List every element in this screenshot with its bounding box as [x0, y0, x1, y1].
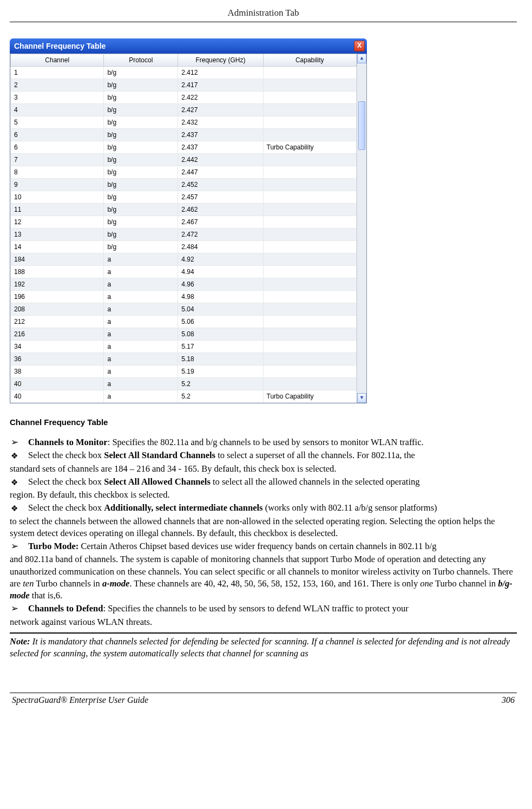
bullet-allowed-channels: Select the check box Select All Allowed …: [28, 476, 517, 488]
cell-ch: 10: [11, 191, 104, 204]
cell-ch: 5: [11, 116, 104, 129]
body-text: ➢ Channels to Monitor: Specifies the 802…: [10, 436, 517, 628]
cell-freq: 2.422: [178, 92, 263, 104]
table-row[interactable]: 192a4.96: [11, 278, 357, 291]
cell-proto: a: [104, 353, 178, 366]
b5-lead: Turbo Mode:: [28, 541, 78, 551]
b6-cont: network against various WLAN threats.: [10, 616, 517, 628]
table-row[interactable]: 1b/g2.412: [11, 67, 357, 79]
table-row[interactable]: 36a5.18: [11, 353, 357, 366]
cell-cap: [263, 79, 356, 92]
cell-ch: 11: [11, 204, 104, 216]
cell-ch: 40: [11, 390, 104, 403]
table-row[interactable]: 2b/g2.417: [11, 79, 357, 92]
table-row[interactable]: 38a5.19: [11, 366, 357, 378]
diamond-icon: ❖: [10, 449, 28, 461]
table-row[interactable]: 5b/g2.432: [11, 116, 357, 129]
cell-ch: 1: [11, 67, 104, 79]
cell-cap: Turbo Capability: [263, 390, 356, 403]
table-row[interactable]: 14b/g2.484: [11, 241, 357, 253]
table-row[interactable]: 13b/g2.472: [11, 229, 357, 241]
col-frequency[interactable]: Frequency (GHz): [178, 54, 263, 67]
col-capability[interactable]: Capability: [263, 54, 356, 67]
b4-pre: Select the check box: [28, 503, 104, 513]
arrow-icon: ➢: [10, 540, 28, 552]
cell-proto: b/g: [104, 241, 178, 253]
cell-proto: a: [104, 266, 178, 278]
cell-ch: 216: [11, 328, 104, 341]
cell-proto: a: [104, 303, 178, 316]
scroll-track[interactable]: [357, 63, 366, 393]
cell-proto: b/g: [104, 229, 178, 241]
table-row[interactable]: 40a5.2: [11, 378, 357, 390]
cell-cap: [263, 316, 356, 328]
table-row[interactable]: 34a5.17: [11, 341, 357, 353]
cell-cap: [263, 229, 356, 241]
channel-frequency-window: Channel Frequency Table X Channel Protoc…: [10, 38, 367, 403]
cell-cap: Turbo Capability: [263, 141, 356, 154]
diamond-icon: ❖: [10, 476, 28, 488]
cell-proto: b/g: [104, 104, 178, 116]
col-protocol[interactable]: Protocol: [104, 54, 178, 67]
b6-lead: Channels to Defend: [28, 603, 103, 614]
cell-cap: [263, 278, 356, 291]
table-row[interactable]: 9b/g2.452: [11, 179, 357, 191]
cell-cap: [263, 92, 356, 104]
cell-cap: [263, 154, 356, 166]
scroll-up-icon[interactable]: ▲: [357, 54, 366, 63]
table-row[interactable]: 10b/g2.457: [11, 191, 357, 204]
b2-cont: standard sets of channels are 184 – 216 …: [10, 463, 517, 475]
table-row[interactable]: 7b/g2.442: [11, 154, 357, 166]
close-icon[interactable]: X: [354, 41, 365, 51]
table-row[interactable]: 196a4.98: [11, 291, 357, 303]
cell-cap: [263, 116, 356, 129]
cell-freq: 5.17: [178, 341, 263, 353]
table-row[interactable]: 208a5.04: [11, 303, 357, 316]
table-row[interactable]: 188a4.94: [11, 266, 357, 278]
vertical-scrollbar[interactable]: ▲ ▼: [357, 54, 366, 403]
cell-freq: 5.2: [178, 390, 263, 403]
cell-proto: a: [104, 328, 178, 341]
table-row[interactable]: 6b/g2.437Turbo Capability: [11, 141, 357, 154]
table-row[interactable]: 216a5.08: [11, 328, 357, 341]
cell-cap: [263, 104, 356, 116]
window-title: Channel Frequency Table: [14, 42, 106, 50]
cell-proto: a: [104, 291, 178, 303]
b4-bold: Additionally, select intermediate channe…: [104, 503, 262, 513]
table-row[interactable]: 184a4.92: [11, 253, 357, 266]
table-row[interactable]: 4b/g2.427: [11, 104, 357, 116]
table-row[interactable]: 8b/g2.447: [11, 166, 357, 179]
cell-freq: 4.96: [178, 278, 263, 291]
b5-cont: and 802.11a band of channels. The system…: [10, 553, 517, 602]
cell-proto: b/g: [104, 204, 178, 216]
cell-ch: 212: [11, 316, 104, 328]
bullet-turbo-mode: Turbo Mode: Certain Atheros Chipset base…: [28, 540, 517, 552]
table-row[interactable]: 12b/g2.467: [11, 216, 357, 229]
table-row[interactable]: 6b/g2.437: [11, 129, 357, 141]
cell-cap: [263, 366, 356, 378]
b6-rest: : Specifies the channels to be used by s…: [103, 603, 408, 614]
note-rule: [10, 632, 517, 634]
cell-proto: a: [104, 366, 178, 378]
cell-proto: b/g: [104, 92, 178, 104]
table-row[interactable]: 11b/g2.462: [11, 204, 357, 216]
b5-bi1: a-mode: [102, 578, 129, 589]
table-row[interactable]: 212a5.06: [11, 316, 357, 328]
col-channel[interactable]: Channel: [11, 54, 104, 67]
cell-freq: 2.462: [178, 204, 263, 216]
b3-post: to select all the allowed channels in th…: [211, 477, 420, 487]
scroll-down-icon[interactable]: ▼: [357, 393, 366, 403]
cell-cap: [263, 179, 356, 191]
cell-ch: 40: [11, 378, 104, 390]
cell-proto: a: [104, 378, 178, 390]
table-row[interactable]: 40a5.2Turbo Capability: [11, 390, 357, 403]
scroll-thumb[interactable]: [358, 101, 365, 150]
cell-cap: [263, 166, 356, 179]
frequency-table: Channel Protocol Frequency (GHz) Capabil…: [10, 54, 357, 403]
cell-freq: 2.472: [178, 229, 263, 241]
cell-ch: 14: [11, 241, 104, 253]
cell-proto: a: [104, 341, 178, 353]
b5-it1: ten: [23, 578, 34, 589]
table-row[interactable]: 3b/g2.422: [11, 92, 357, 104]
cell-proto: a: [104, 278, 178, 291]
